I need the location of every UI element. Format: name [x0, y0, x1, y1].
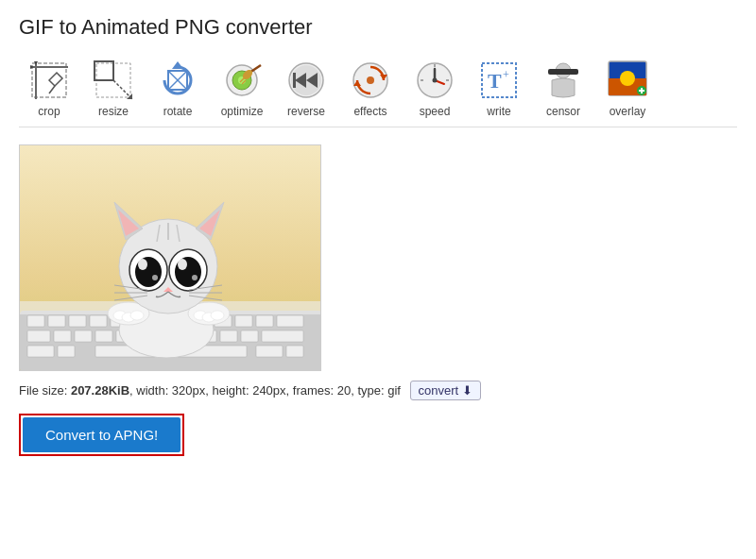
reverse-label: reverse: [287, 105, 325, 118]
crop-label: crop: [38, 105, 60, 118]
svg-rect-40: [548, 69, 578, 75]
optimize-icon: [219, 58, 265, 103]
svg-point-43: [620, 71, 635, 86]
gif-preview-image: [19, 144, 321, 371]
svg-rect-65: [95, 330, 112, 342]
tool-rotate[interactable]: rotate: [147, 53, 208, 123]
overlay-icon: [605, 58, 650, 103]
svg-rect-50: [48, 315, 65, 327]
svg-rect-78: [286, 346, 303, 357]
file-info: File size: 207.28KiB, width: 320px, heig…: [19, 381, 737, 400]
tool-write[interactable]: T + write: [469, 53, 529, 123]
convert-inline-button[interactable]: convert ⬇: [410, 381, 482, 400]
svg-rect-76: [58, 346, 75, 357]
tool-overlay[interactable]: overlay: [597, 53, 658, 123]
svg-rect-77: [256, 346, 283, 357]
write-label: write: [487, 105, 510, 118]
write-icon: T +: [476, 58, 522, 103]
svg-marker-5: [49, 73, 62, 86]
tool-effects[interactable]: effects: [340, 53, 401, 123]
svg-rect-59: [235, 315, 252, 327]
page-title: GIF to Animated PNG converter: [19, 15, 737, 40]
tool-censor[interactable]: censor: [533, 53, 593, 123]
svg-marker-11: [172, 61, 183, 69]
svg-point-104: [192, 275, 198, 280]
svg-rect-49: [27, 315, 44, 327]
speed-icon: [412, 58, 457, 103]
svg-rect-52: [90, 315, 107, 327]
svg-point-30: [367, 76, 374, 84]
censor-label: censor: [546, 105, 580, 118]
effects-icon: [348, 58, 393, 103]
censor-icon: [541, 58, 586, 103]
svg-rect-8: [94, 61, 113, 80]
resize-label: resize: [98, 105, 129, 118]
svg-rect-60: [256, 315, 273, 327]
file-size: 207.28KiB: [71, 383, 129, 398]
tool-resize[interactable]: resize: [83, 53, 144, 123]
rotate-icon: [155, 58, 200, 103]
svg-rect-51: [69, 315, 86, 327]
toolbar: crop resize rotate: [19, 53, 737, 127]
preview-area: [19, 144, 737, 371]
speed-label: speed: [420, 105, 451, 118]
reverse-icon: [284, 58, 329, 103]
svg-line-6: [49, 86, 55, 93]
svg-text:T: T: [488, 69, 502, 93]
svg-point-32: [433, 78, 438, 83]
crop-icon: [26, 58, 72, 103]
overlay-label: overlay: [610, 105, 646, 118]
tool-reverse[interactable]: reverse: [276, 53, 336, 123]
download-icon: ⬇: [462, 383, 472, 398]
svg-rect-75: [27, 346, 54, 357]
convert-to-apng-button[interactable]: Convert to APNG!: [23, 417, 180, 452]
svg-point-88: [211, 311, 224, 320]
svg-rect-61: [277, 315, 303, 327]
svg-rect-72: [241, 330, 258, 342]
svg-point-101: [138, 259, 147, 270]
convert-button-wrapper: Convert to APNG!: [19, 414, 184, 456]
svg-text:+: +: [503, 68, 509, 81]
svg-point-102: [178, 259, 187, 270]
optimize-label: optimize: [221, 105, 264, 118]
tool-crop[interactable]: crop: [19, 53, 79, 123]
svg-rect-26: [293, 73, 296, 88]
svg-rect-63: [54, 330, 71, 342]
svg-rect-73: [262, 330, 303, 342]
resize-icon: [91, 58, 136, 103]
file-info-suffix: , width: 320px, height: 240px, frames: 2…: [129, 383, 401, 398]
rotate-label: rotate: [163, 105, 193, 118]
svg-point-103: [152, 275, 158, 280]
svg-rect-71: [220, 330, 237, 342]
svg-point-84: [130, 311, 144, 320]
file-info-prefix: File size:: [19, 383, 71, 398]
effects-label: effects: [353, 105, 387, 118]
tool-speed[interactable]: speed: [404, 53, 465, 123]
tool-optimize[interactable]: optimize: [212, 53, 272, 123]
svg-rect-62: [27, 330, 50, 342]
svg-rect-64: [75, 330, 92, 342]
